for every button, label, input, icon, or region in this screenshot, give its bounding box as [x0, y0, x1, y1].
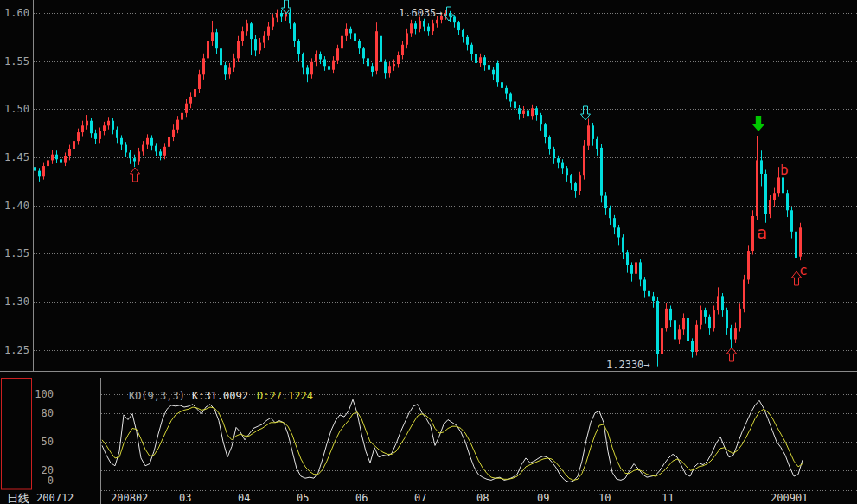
candle-up — [336, 48, 339, 60]
candle-up — [665, 309, 668, 328]
time-axis-label[interactable]: 08 — [476, 492, 489, 504]
candle-down — [120, 138, 123, 145]
time-axis-label[interactable]: 07 — [414, 492, 426, 504]
candle-down — [790, 210, 793, 231]
candle-down — [782, 177, 784, 193]
candle-down — [691, 341, 694, 352]
candle-up — [99, 131, 101, 139]
candlestick-chart[interactable]: 1.601.551.501.451.401.351.301.2510080502… — [0, 0, 857, 504]
candle-up — [432, 23, 434, 31]
down-arrow-marker — [581, 106, 591, 120]
candle-up — [198, 74, 201, 89]
candle-up — [579, 175, 581, 191]
candle-up — [77, 132, 80, 141]
candle-down — [540, 115, 542, 124]
period-label[interactable]: 日线 — [7, 491, 29, 504]
candle-up — [587, 125, 590, 145]
time-axis-label[interactable]: 200901 — [771, 492, 808, 504]
candle-up — [756, 160, 758, 216]
candle-up — [51, 155, 54, 161]
candle-down — [730, 328, 732, 339]
candle-down — [574, 183, 577, 191]
candle-up — [739, 309, 741, 328]
candle-up — [401, 45, 404, 55]
candle-down — [721, 296, 724, 310]
candle-up — [246, 23, 248, 31]
k-line — [102, 399, 803, 482]
time-axis-label[interactable]: 200712 — [36, 492, 74, 504]
candle-down — [795, 232, 797, 258]
candle-down — [501, 82, 503, 88]
up-arrow-marker — [131, 168, 140, 182]
candle-up — [410, 23, 413, 33]
candle-down — [159, 151, 162, 155]
candle-up — [81, 125, 84, 132]
candle-up — [682, 318, 685, 329]
candle-down — [362, 48, 365, 58]
candle-up — [751, 216, 754, 251]
candle-down — [289, 12, 291, 23]
candle-down — [518, 108, 521, 114]
candle-down — [648, 291, 650, 297]
time-axis-label[interactable]: 10 — [598, 492, 611, 504]
candle-down — [553, 149, 555, 158]
candle-up — [743, 279, 745, 308]
active-panel-frame — [2, 379, 32, 490]
candle-down — [34, 167, 36, 170]
time-axis-label[interactable]: 03 — [179, 492, 191, 504]
candle-down — [457, 22, 460, 30]
candle-down — [527, 110, 529, 116]
candle-down — [55, 155, 58, 160]
candle-down — [323, 59, 326, 66]
candle-up — [228, 67, 231, 74]
candle-up — [635, 262, 637, 273]
candle-down — [414, 23, 417, 29]
candle-down — [220, 48, 222, 65]
candle-down — [354, 33, 356, 41]
candle-down — [630, 265, 633, 274]
wave-letter-a: a — [757, 222, 767, 243]
candle-down — [548, 137, 551, 149]
candle-up — [397, 55, 400, 64]
candle-up — [531, 108, 534, 116]
candle-down — [367, 58, 369, 66]
candle-up — [747, 251, 750, 279]
candle-down — [535, 108, 538, 115]
candle-down — [488, 65, 490, 70]
candle-down — [617, 227, 620, 237]
candle-up — [419, 21, 421, 29]
price-tick-label: 1.30 — [4, 296, 29, 308]
time-axis-label[interactable]: 04 — [238, 492, 250, 504]
candle-up — [700, 310, 702, 325]
wave-letter-c: c — [799, 262, 808, 278]
time-axis-label[interactable]: 09 — [537, 492, 549, 504]
candle-down — [150, 138, 153, 146]
time-axis-label[interactable]: 200802 — [111, 492, 148, 504]
time-axis-label[interactable]: 11 — [662, 492, 674, 504]
candle-up — [769, 200, 771, 214]
candle-up — [734, 328, 737, 339]
kd-tick-label: 0 — [48, 475, 54, 487]
kd-title: KD(9,3,3) — [129, 390, 185, 402]
candle-down — [514, 101, 516, 108]
candle-down — [60, 159, 62, 162]
low-price-label: 1.2330→ — [606, 359, 650, 371]
candle-up — [272, 18, 274, 27]
time-axis-label[interactable]: 05 — [297, 492, 309, 504]
time-axis-label[interactable]: 06 — [355, 492, 368, 504]
candle-up — [773, 193, 776, 200]
price-tick-label: 1.60 — [4, 7, 29, 19]
candle-down — [600, 148, 603, 196]
candle-up — [194, 89, 196, 97]
d-line — [102, 407, 803, 480]
candle-up — [138, 151, 140, 161]
candle-down — [622, 237, 624, 252]
candle-up — [86, 121, 88, 126]
candle-up — [168, 137, 170, 147]
down-arrow-marker — [752, 116, 764, 131]
candle-up — [68, 149, 71, 156]
candle-down — [384, 62, 387, 73]
candle-down — [349, 29, 352, 34]
candle-up — [263, 36, 265, 43]
candle-down — [708, 317, 711, 328]
